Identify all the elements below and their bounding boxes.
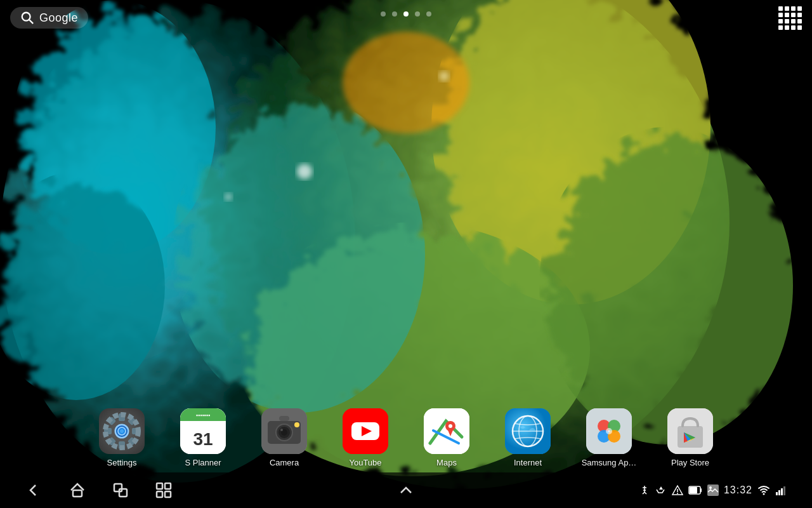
back-button[interactable]	[25, 481, 43, 499]
svg-point-8	[171, 95, 425, 413]
splanner-app[interactable]: 31 ▪▪▪▪▪▪▪ S Planner	[162, 403, 244, 472]
svg-rect-32	[180, 418, 226, 421]
signal-icon	[775, 485, 787, 496]
svg-rect-78	[690, 487, 697, 493]
page-dot-5[interactable]	[426, 11, 431, 17]
maps-app[interactable]: Maps	[406, 403, 487, 472]
settings-app[interactable]: Settings	[81, 403, 162, 472]
search-widget[interactable]: Google	[10, 7, 88, 29]
camera-icon	[261, 408, 307, 454]
internet-icon	[505, 408, 551, 454]
status-bar: 13:32	[639, 485, 787, 496]
svg-point-81	[763, 493, 765, 495]
top-bar: Google	[0, 0, 812, 36]
screenshot-button[interactable]	[155, 481, 173, 499]
camera-app[interactable]: Camera	[244, 403, 325, 472]
svg-rect-67	[114, 484, 122, 491]
play-store-label: Play Store	[671, 458, 709, 467]
warning-icon	[672, 485, 683, 496]
usb-icon	[639, 485, 650, 496]
page-dot-4[interactable]	[415, 11, 420, 17]
dock: Settings 31 ▪▪▪▪▪▪▪ S Planner	[0, 403, 812, 472]
svg-point-11	[225, 193, 232, 201]
splanner-icon: 31 ▪▪▪▪▪▪▪	[180, 408, 226, 454]
samsung-apps-icon	[586, 408, 632, 454]
samsung-apps-app[interactable]: Samsung Ap…	[568, 403, 650, 472]
svg-point-12	[439, 71, 449, 81]
nav-bar: 13:32	[0, 472, 812, 508]
nav-buttons-left	[25, 481, 173, 499]
maps-label: Maps	[436, 458, 457, 467]
nav-center	[397, 481, 415, 499]
youtube-app[interactable]: YouTube	[325, 403, 406, 472]
svg-point-13	[22, 13, 30, 21]
svg-point-75	[677, 493, 678, 494]
google-label: Google	[39, 11, 78, 25]
svg-point-27	[120, 429, 124, 433]
svg-rect-71	[157, 491, 162, 497]
page-dot-2[interactable]	[392, 11, 397, 17]
internet-label: Internet	[514, 458, 542, 467]
youtube-label: YouTube	[349, 458, 381, 467]
recent-apps-button[interactable]	[112, 481, 129, 499]
svg-rect-70	[165, 483, 171, 489]
svg-point-10	[297, 164, 312, 179]
svg-rect-46	[424, 408, 469, 454]
svg-point-9	[343, 32, 469, 133]
recycle-icon	[655, 485, 667, 496]
svg-line-14	[29, 20, 33, 23]
internet-app[interactable]: Internet	[487, 403, 568, 472]
maps-icon	[424, 408, 469, 454]
home-button[interactable]	[69, 481, 86, 499]
svg-point-49	[449, 424, 452, 428]
svg-point-59	[606, 428, 612, 434]
svg-point-40	[280, 429, 283, 431]
grid-icon	[778, 6, 802, 30]
svg-point-7	[539, 127, 793, 444]
search-icon	[20, 11, 34, 25]
up-arrow-button[interactable]	[397, 481, 415, 499]
svg-rect-83	[778, 490, 780, 495]
svg-rect-82	[776, 492, 778, 495]
play-store-app[interactable]: Play Store	[650, 403, 731, 472]
svg-rect-42	[279, 416, 289, 421]
settings-icon	[99, 408, 145, 454]
camera-label: Camera	[270, 458, 299, 467]
battery-icon	[688, 486, 702, 495]
youtube-icon	[343, 408, 388, 454]
svg-point-80	[709, 486, 712, 489]
svg-text:▪▪▪▪▪▪▪: ▪▪▪▪▪▪▪	[196, 412, 210, 418]
page-dot-3[interactable]	[403, 11, 409, 17]
svg-rect-72	[165, 491, 171, 497]
samsung-apps-label: Samsung Ap…	[582, 458, 637, 467]
svg-rect-66	[73, 490, 82, 497]
settings-label: Settings	[107, 458, 137, 467]
wifi-icon	[757, 485, 770, 496]
svg-point-41	[294, 422, 299, 427]
page-dots	[381, 11, 431, 17]
svg-rect-84	[781, 488, 783, 495]
splanner-label: S Planner	[185, 458, 221, 467]
svg-rect-69	[157, 483, 162, 489]
photo-icon	[707, 485, 719, 496]
svg-rect-85	[783, 486, 785, 495]
apps-grid-button[interactable]	[778, 6, 802, 30]
page-dot-1[interactable]	[381, 11, 386, 17]
time-display: 13:32	[724, 485, 752, 496]
svg-rect-68	[119, 489, 127, 497]
play-store-icon	[667, 408, 713, 454]
svg-text:31: 31	[193, 429, 213, 449]
svg-rect-77	[700, 488, 702, 492]
